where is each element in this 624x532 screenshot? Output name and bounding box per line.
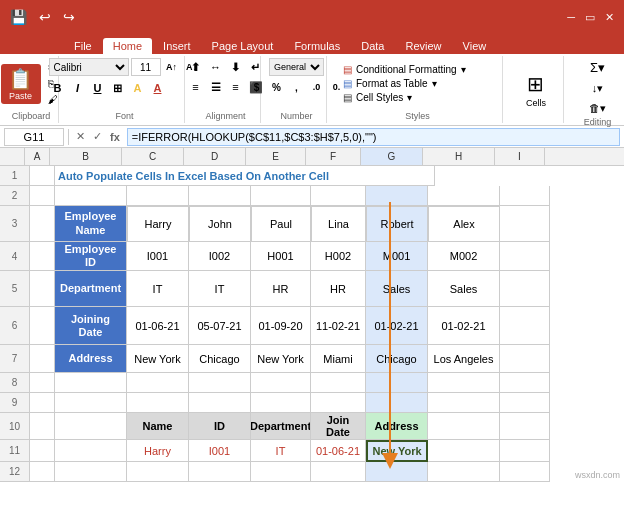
cell-name-box[interactable] <box>4 128 64 146</box>
cell-d11[interactable]: I001 <box>189 440 251 462</box>
save-icon[interactable]: 💾 <box>6 7 31 27</box>
comma-button[interactable]: , <box>288 78 306 96</box>
col-header-f[interactable]: F <box>306 148 361 165</box>
cell-d4[interactable]: I002 <box>189 242 251 271</box>
cell-a6[interactable] <box>30 307 55 345</box>
cell-a7[interactable] <box>30 345 55 373</box>
align-center-button[interactable]: ☰ <box>207 78 225 96</box>
cell-b10[interactable] <box>55 413 127 440</box>
cell-a10[interactable] <box>30 413 55 440</box>
undo-icon[interactable]: ↩ <box>35 7 55 27</box>
font-name-select[interactable]: Calibri <box>49 58 129 76</box>
italic-button[interactable]: I <box>69 79 87 97</box>
cell-i4[interactable] <box>500 242 550 271</box>
align-bottom-button[interactable]: ⬇ <box>227 58 245 76</box>
cell-e12[interactable] <box>251 462 311 482</box>
cell-styles-button[interactable]: ▤ Cell Styles ▾ <box>339 91 496 104</box>
cell-b2[interactable] <box>55 186 127 206</box>
cell-g5[interactable]: Sales <box>366 271 428 307</box>
cell-f12[interactable] <box>311 462 366 482</box>
align-right-button[interactable]: ≡ <box>227 78 245 96</box>
percent-button[interactable]: % <box>268 78 286 96</box>
conditional-formatting-button[interactable]: ▤ Conditional Formatting ▾ <box>339 63 496 76</box>
cell-c10[interactable]: Name <box>127 413 189 440</box>
cell-c3[interactable]: Harry <box>127 206 189 242</box>
fill-color-button[interactable]: A <box>129 79 147 97</box>
cell-f4[interactable]: H002 <box>311 242 366 271</box>
cell-f2[interactable] <box>311 186 366 206</box>
col-header-h[interactable]: H <box>423 148 495 165</box>
cell-i11[interactable] <box>500 440 550 462</box>
cell-i8[interactable] <box>500 373 550 393</box>
col-header-g[interactable]: G <box>361 148 423 165</box>
cell-h4[interactable]: M002 <box>428 242 500 271</box>
cell-i7[interactable] <box>500 345 550 373</box>
align-left-button[interactable]: ≡ <box>187 78 205 96</box>
cell-b3[interactable]: Employee Name <box>55 206 127 242</box>
cell-b11[interactable] <box>55 440 127 462</box>
cell-c5[interactable]: IT <box>127 271 189 307</box>
tab-page-layout[interactable]: Page Layout <box>202 38 284 54</box>
cell-a12[interactable] <box>30 462 55 482</box>
cell-f11[interactable]: 01-06-21 <box>311 440 366 462</box>
cell-c9[interactable] <box>127 393 189 413</box>
tab-home[interactable]: Home <box>103 38 152 54</box>
cell-f3[interactable]: Lina <box>311 206 366 242</box>
cell-i12[interactable] <box>500 462 550 482</box>
cell-b1[interactable]: Auto Populate Cells In Excel Based On An… <box>55 166 435 186</box>
cell-d12[interactable] <box>189 462 251 482</box>
cell-e2[interactable] <box>251 186 311 206</box>
decrease-decimal-button[interactable]: 0. <box>328 78 346 96</box>
minimize-icon[interactable]: ─ <box>563 9 579 26</box>
cell-b5[interactable]: Department <box>55 271 127 307</box>
cell-f10[interactable]: Join Date <box>311 413 366 440</box>
sum-button[interactable]: Σ▾ <box>586 58 609 77</box>
border-button[interactable]: ⊞ <box>109 79 127 97</box>
cell-h7[interactable]: Los Angeles <box>428 345 500 373</box>
cell-f9[interactable] <box>311 393 366 413</box>
cell-d9[interactable] <box>189 393 251 413</box>
cell-c8[interactable] <box>127 373 189 393</box>
cell-a9[interactable] <box>30 393 55 413</box>
cell-i9[interactable] <box>500 393 550 413</box>
formula-insert-button[interactable]: fx <box>107 129 123 144</box>
cell-b9[interactable] <box>55 393 127 413</box>
align-middle-button[interactable]: ↔ <box>207 58 225 76</box>
cell-e9[interactable] <box>251 393 311 413</box>
cell-f7[interactable]: Miami <box>311 345 366 373</box>
cell-g6[interactable]: 01-02-21 <box>366 307 428 345</box>
cell-e4[interactable]: H001 <box>251 242 311 271</box>
cell-a11[interactable] <box>30 440 55 462</box>
cell-c4[interactable]: I001 <box>127 242 189 271</box>
cell-i2[interactable] <box>500 186 550 206</box>
font-size-increase-button[interactable]: A↑ <box>163 58 181 76</box>
redo-icon[interactable]: ↪ <box>59 7 79 27</box>
tab-formulas[interactable]: Formulas <box>284 38 350 54</box>
cell-e5[interactable]: HR <box>251 271 311 307</box>
cell-d7[interactable]: Chicago <box>189 345 251 373</box>
paste-button[interactable]: 📋 Paste <box>1 64 41 104</box>
cell-f5[interactable]: HR <box>311 271 366 307</box>
number-format-select[interactable]: General <box>269 58 324 76</box>
col-header-a[interactable]: A <box>25 148 50 165</box>
tab-view[interactable]: View <box>453 38 497 54</box>
cell-a2[interactable] <box>30 186 55 206</box>
col-header-e[interactable]: E <box>246 148 306 165</box>
col-header-d[interactable]: D <box>184 148 246 165</box>
cell-g3[interactable]: Robert <box>366 206 428 242</box>
cell-a3[interactable] <box>30 206 55 242</box>
cell-c7[interactable]: New York <box>127 345 189 373</box>
cell-g12[interactable] <box>366 462 428 482</box>
accounting-button[interactable]: $ <box>248 78 266 96</box>
align-top-button[interactable]: ⬆ <box>187 58 205 76</box>
bold-button[interactable]: B <box>49 79 67 97</box>
cell-b6[interactable]: Joining Date <box>55 307 127 345</box>
cell-d2[interactable] <box>189 186 251 206</box>
increase-decimal-button[interactable]: .0 <box>308 78 326 96</box>
cell-h6[interactable]: 01-02-21 <box>428 307 500 345</box>
cell-a4[interactable] <box>30 242 55 271</box>
cell-g2[interactable] <box>366 186 428 206</box>
cell-d6[interactable]: 05-07-21 <box>189 307 251 345</box>
cell-i6[interactable] <box>500 307 550 345</box>
cell-i10[interactable] <box>500 413 550 440</box>
